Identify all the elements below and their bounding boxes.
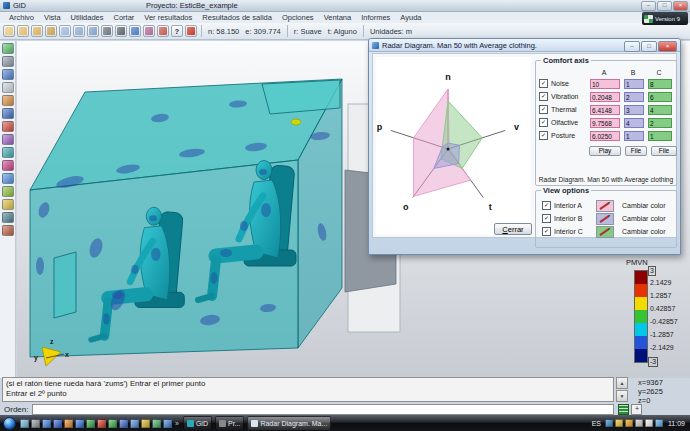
checkbox-interior-c[interactable]: ✓: [542, 227, 551, 236]
open-file-icon[interactable]: [17, 25, 29, 37]
value-cell-c-thermal[interactable]: 4: [648, 105, 672, 115]
quicklaunch-overflow-chevron[interactable]: »: [175, 420, 179, 427]
quicklaunch-icon[interactable]: [86, 419, 95, 428]
task-button-radar-diagram-ma-[interactable]: Radar Diagram. Ma...: [247, 416, 331, 430]
zoom-frame-icon[interactable]: [87, 25, 99, 37]
quicklaunch-icon[interactable]: [31, 419, 40, 428]
menu-item-archivo[interactable]: Archivo: [4, 13, 39, 22]
mesh-tool-icon[interactable]: [2, 160, 14, 171]
scroll-up-button[interactable]: ▲: [616, 377, 628, 389]
select-tool-icon[interactable]: [2, 56, 14, 67]
quicklaunch-icon[interactable]: [130, 419, 139, 428]
layers-tool-icon[interactable]: [2, 173, 14, 184]
rotate-tool-icon[interactable]: [2, 69, 14, 80]
surface-tool-icon[interactable]: [2, 134, 14, 145]
tray-icon[interactable]: [605, 419, 613, 427]
taskbar-clock[interactable]: 11:09: [668, 420, 685, 427]
quicklaunch-icon[interactable]: [97, 419, 106, 428]
value-cell-a-vibration[interactable]: 0.2048: [590, 92, 620, 102]
cambiar-color-button[interactable]: Cambiar color: [622, 202, 666, 209]
quicklaunch-icon[interactable]: [42, 419, 51, 428]
task-button-pr-[interactable]: Pr...: [215, 416, 244, 430]
materials-tool-icon[interactable]: [2, 186, 14, 197]
save-icon[interactable]: [45, 25, 57, 37]
quicklaunch-icon[interactable]: [53, 419, 62, 428]
menu-item-resultados-de-salida[interactable]: Resultados de salida: [197, 13, 277, 22]
language-indicator[interactable]: ES: [592, 420, 601, 427]
dialog-minimize-button[interactable]: –: [624, 41, 640, 52]
checkbox-interior-a[interactable]: ✓: [542, 201, 551, 210]
view-tool-icon[interactable]: [2, 43, 14, 54]
menu-item-cortar[interactable]: Cortar: [109, 13, 140, 22]
redo-icon[interactable]: [185, 25, 197, 37]
quicklaunch-icon[interactable]: [163, 419, 172, 428]
close-button[interactable]: ×: [673, 1, 688, 11]
quicklaunch-icon[interactable]: [64, 419, 73, 428]
task-button-gid[interactable]: GiD: [183, 416, 212, 430]
play-button-a[interactable]: Play: [589, 146, 621, 156]
tray-icon[interactable]: [655, 419, 663, 427]
zoom-tool-icon[interactable]: [2, 95, 14, 106]
value-cell-c-olfactive[interactable]: 2: [648, 118, 672, 128]
value-cell-b-vibration[interactable]: 2: [624, 92, 644, 102]
tray-icon[interactable]: [645, 419, 653, 427]
menu-item-ventana[interactable]: Ventana: [319, 13, 357, 22]
volume-tool-icon[interactable]: [2, 147, 14, 158]
checkbox-olfactive[interactable]: ✓: [539, 118, 548, 127]
menu-item-ayuda[interactable]: Ayuda: [395, 13, 426, 22]
tray-icon[interactable]: [635, 419, 643, 427]
start-button[interactable]: [3, 417, 16, 430]
checkbox-thermal[interactable]: ✓: [539, 105, 548, 114]
rotate-view-icon[interactable]: [129, 25, 141, 37]
cambiar-color-button[interactable]: Cambiar color: [622, 228, 666, 235]
import-icon[interactable]: [31, 25, 43, 37]
quicklaunch-icon[interactable]: [20, 419, 29, 428]
delete-tool-icon[interactable]: [2, 121, 14, 132]
checkbox-posture[interactable]: ✓: [539, 131, 548, 140]
dialog-close-button[interactable]: ×: [658, 41, 677, 52]
snapshot-icon[interactable]: [101, 25, 113, 37]
value-cell-a-posture[interactable]: 6.0250: [590, 131, 620, 141]
menu-item-ver-resultados[interactable]: Ver resultados: [139, 13, 197, 22]
menu-item-utilidades[interactable]: Utilidades: [66, 13, 109, 22]
menu-item-vista[interactable]: Vista: [39, 13, 66, 22]
light-icon[interactable]: [143, 25, 155, 37]
layers-icon[interactable]: [157, 25, 169, 37]
help-icon[interactable]: ?: [171, 25, 183, 37]
cerrar-button[interactable]: Cerrar: [494, 223, 532, 235]
value-cell-b-thermal[interactable]: 3: [624, 105, 644, 115]
zoom-in-icon[interactable]: [59, 25, 71, 37]
value-cell-c-posture[interactable]: 1: [648, 131, 672, 141]
quicklaunch-icon[interactable]: [119, 419, 128, 428]
cambiar-color-button[interactable]: Cambiar color: [622, 215, 666, 222]
value-cell-a-thermal[interactable]: 6.4148: [590, 105, 620, 115]
new-file-icon[interactable]: [3, 25, 15, 37]
checkbox-noise[interactable]: ✓: [539, 79, 548, 88]
value-cell-c-vibration[interactable]: 6: [648, 92, 672, 102]
conditions-tool-icon[interactable]: [2, 199, 14, 210]
menu-item-informes[interactable]: Informes: [356, 13, 395, 22]
render-mode-readout[interactable]: r: Suave: [294, 27, 322, 36]
tray-icon[interactable]: [625, 419, 633, 427]
checkbox-interior-b[interactable]: ✓: [542, 214, 551, 223]
pan-tool-icon[interactable]: [2, 82, 14, 93]
transparency-readout[interactable]: t: Alguno: [328, 27, 357, 36]
line-tool-icon[interactable]: [2, 108, 14, 119]
zoom-out-icon[interactable]: [73, 25, 85, 37]
file-button-b[interactable]: File: [625, 146, 647, 156]
value-cell-a-olfactive[interactable]: 9.7568: [590, 118, 620, 128]
menu-item-opciones[interactable]: Opciones: [277, 13, 319, 22]
value-cell-c-noise[interactable]: 8: [648, 79, 672, 89]
minimize-button[interactable]: –: [641, 1, 656, 11]
results-tool-icon[interactable]: [2, 212, 14, 223]
tray-icon[interactable]: [615, 419, 623, 427]
value-cell-b-noise[interactable]: 1: [624, 79, 644, 89]
maximize-button[interactable]: □: [657, 1, 672, 11]
checkbox-vibration[interactable]: ✓: [539, 92, 548, 101]
command-input[interactable]: [32, 404, 614, 415]
value-cell-a-noise[interactable]: 10: [590, 79, 620, 89]
quicklaunch-icon[interactable]: [152, 419, 161, 428]
value-cell-b-olfactive[interactable]: 4: [624, 118, 644, 128]
dialog-maximize-button[interactable]: □: [641, 41, 657, 52]
grid-toggle-icon[interactable]: [618, 404, 629, 415]
